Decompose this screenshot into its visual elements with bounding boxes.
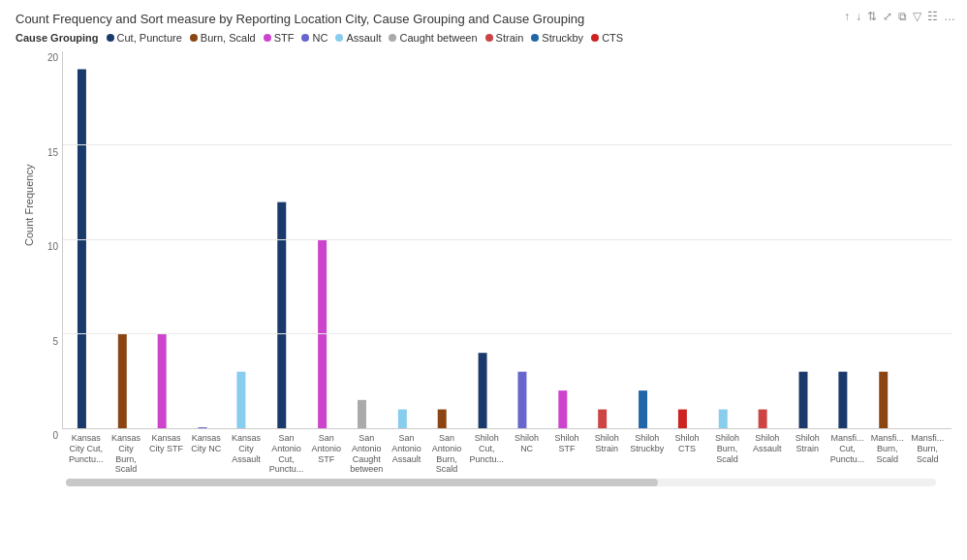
toolbar[interactable]: ↑ ↓ ⇅ ⤢ ⧉ ▽ ☷ … — [844, 10, 955, 23]
x-label-sa-burn: SanAntonioBurn,Scald — [426, 431, 466, 475]
bar-sh-assault — [719, 410, 728, 428]
bar-sh-cts — [678, 410, 687, 428]
chart-area: Count Frequency 20 15 10 5 0 — [16, 51, 951, 429]
sort-both-icon[interactable]: ⇅ — [867, 10, 877, 23]
grid-15 — [63, 144, 951, 145]
x-label-sh-cts: ShilohCTS — [667, 431, 706, 475]
legend-nc: NC — [301, 32, 328, 44]
legend-row: Cause Grouping Cut, Puncture Burn, Scald… — [16, 32, 951, 44]
bar-kc-assault — [236, 372, 245, 428]
x-label-ma-burn2: Mansfi...Burn,Scald — [908, 431, 948, 475]
grid-icon[interactable]: ☷ — [927, 10, 938, 23]
y-axis: Count Frequency 20 15 10 5 0 — [16, 51, 62, 429]
legend-text-cts: CTS — [602, 32, 623, 44]
y-tick-0: 0 — [52, 430, 58, 441]
x-label-kc-cut: KansasCity Cut,Punctu... — [66, 431, 106, 475]
x-labels: KansasCity Cut,Punctu... KansasCityBurn,… — [16, 431, 951, 475]
bar-sh-stf — [558, 390, 567, 428]
legend-burn-scald: Burn, Scald — [190, 32, 256, 44]
x-label-ma-cut: Mansfi...Cut,Punctu... — [827, 431, 867, 475]
x-label-kc-nc: KansasCity NC — [186, 431, 226, 475]
bar-ma-cut — [799, 372, 808, 428]
x-label-sa-assault: SanAntonioAssault — [387, 431, 426, 475]
bar-kc-stf — [158, 334, 167, 428]
filter-icon[interactable]: ▽ — [913, 10, 921, 23]
legend-text-stf: STF — [274, 32, 295, 44]
bar-sh-strain — [598, 410, 607, 428]
legend-struckby: Struckby — [531, 32, 583, 44]
legend-text-cut: Cut, Puncture — [117, 32, 182, 44]
sort-desc-icon[interactable]: ↓ — [856, 10, 861, 23]
x-label-sa-stf: SanAntonioSTF — [306, 431, 346, 475]
x-label-sa-cut: SanAntonioCut,Punctu... — [266, 431, 306, 475]
grid-10 — [63, 239, 951, 240]
legend-dot-caught — [389, 34, 396, 42]
bar-sh-nc — [517, 372, 526, 428]
bars-svg — [63, 51, 951, 428]
scrollbar-track[interactable] — [66, 479, 936, 486]
x-label-sh-burn: ShilohBurn,Scald — [707, 431, 747, 475]
x-label-ma-burn1: Mansfi...Burn,Scald — [867, 431, 907, 475]
chart-container: ↑ ↓ ⇅ ⤢ ⧉ ▽ ☷ … Count Frequency and Sort… — [0, 0, 967, 560]
bar-kc-cut — [78, 69, 86, 428]
y-tick-20: 20 — [47, 52, 58, 63]
legend-strain: Strain — [485, 32, 524, 44]
legend-cut-puncture: Cut, Puncture — [107, 32, 182, 44]
scrollbar-thumb[interactable] — [66, 479, 658, 486]
legend-text-strain: Strain — [496, 32, 524, 44]
y-tick-15: 15 — [47, 146, 58, 157]
chart-title: Count Frequency and Sort measure by Repo… — [16, 12, 951, 26]
legend-dot-assault — [335, 34, 343, 42]
bar-kc-nc — [199, 427, 207, 428]
bar-sa-cut — [277, 202, 286, 428]
y-tick-5: 5 — [52, 335, 58, 346]
bar-sa-caught — [358, 400, 366, 428]
x-label-sh-assault: ShilohAssault — [747, 431, 787, 475]
legend-dot-stf — [264, 34, 271, 42]
legend-dot-struckby — [531, 34, 539, 42]
x-label-sh-strain: ShilohStrain — [587, 431, 627, 475]
y-tick-10: 10 — [47, 241, 58, 252]
legend-text-burn: Burn, Scald — [201, 32, 256, 44]
x-label-kc-assault: KansasCityAssault — [226, 431, 265, 475]
legend-dot-strain — [485, 34, 493, 42]
x-label-sh-nc: ShilohNC — [507, 431, 546, 475]
legend-dot-burn — [190, 34, 198, 42]
legend-text-caught: Caught between — [399, 32, 477, 44]
bar-sh-strain2 — [759, 410, 767, 428]
expand-icon[interactable]: ⤢ — [883, 10, 892, 23]
bar-sh-cut — [479, 353, 487, 428]
legend-text-nc: NC — [312, 32, 328, 44]
bar-ma-burn1 — [838, 372, 847, 428]
x-label-sa-caught: SanAntonioCaughtbetween — [347, 431, 387, 475]
bar-sa-assault — [398, 410, 407, 428]
x-label-kc-burn: KansasCityBurn,Scald — [106, 431, 145, 475]
y-axis-label: Count Frequency — [23, 165, 35, 246]
legend-caught: Caught between — [389, 32, 477, 44]
legend-text-struckby: Struckby — [542, 32, 583, 44]
legend-text-assault: Assault — [346, 32, 381, 44]
legend-dot-cut — [107, 34, 114, 42]
sort-asc-icon[interactable]: ↑ — [844, 10, 850, 23]
legend-cts: CTS — [591, 32, 623, 44]
legend-dot-nc — [301, 34, 309, 42]
x-label-sh-cut: ShilohCut,Punctu... — [467, 431, 507, 475]
bar-sh-struckby — [639, 390, 647, 428]
x-label-sh-stf: ShilohSTF — [546, 431, 586, 475]
bar-sa-stf — [318, 240, 327, 429]
copy-icon[interactable]: ⧉ — [898, 10, 907, 23]
legend-assault: Assault — [335, 32, 381, 44]
legend-title: Cause Grouping — [16, 32, 99, 44]
x-label-sh-strain2: ShilohStrain — [787, 431, 827, 475]
legend-dot-cts — [591, 34, 599, 42]
bar-sa-burn — [438, 410, 447, 428]
grid-5 — [63, 333, 951, 334]
x-label-kc-stf: KansasCity STF — [146, 431, 186, 475]
bar-ma-burn2 — [879, 372, 888, 428]
x-label-sh-struckby: ShilohStruckby — [627, 431, 667, 475]
plot-area — [62, 51, 951, 429]
bar-kc-burn — [118, 334, 127, 428]
more-icon[interactable]: … — [944, 10, 955, 23]
legend-stf: STF — [264, 32, 295, 44]
